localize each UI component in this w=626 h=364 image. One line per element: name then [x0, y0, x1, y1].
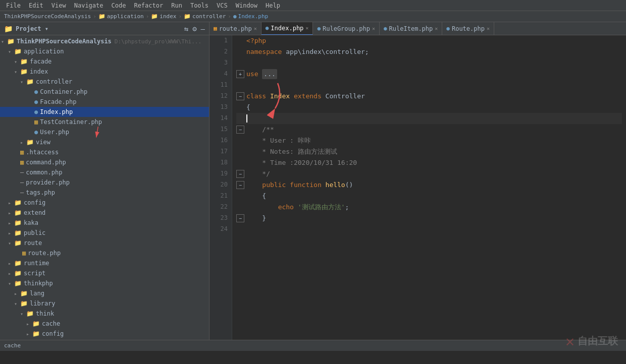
editor: ▦ route.php ✕ ● Index.php ✕ ● RuleGroup.… — [210, 22, 626, 340]
menu-file[interactable]: File — [2, 0, 25, 11]
code-line-22: echo '测试路由方法' ; — [236, 202, 622, 213]
tree-item-testcontainer[interactable]: ▸ ▦ TestContainer.php — [0, 117, 209, 127]
file-tree: ▾ 📁 ThinkPHPSourceCodeAnalysis D:\phpstu… — [0, 35, 209, 340]
menu-help[interactable]: Help — [262, 0, 284, 11]
tree-item-think[interactable]: ▾ 📁 think — [0, 309, 209, 319]
tree-item-index[interactable]: ▾ 📁 index — [0, 67, 209, 77]
code-line-3 — [236, 57, 622, 69]
code-line-11 — [236, 80, 622, 91]
tree-item-route[interactable]: ▾ 📁 route — [0, 238, 209, 248]
menu-code[interactable]: Code — [108, 0, 130, 11]
project-title: Project ▾ — [16, 25, 48, 32]
breadcrumb-indexphp[interactable]: ●Index.php — [233, 13, 268, 20]
menubar: File Edit View Navigate Code Refactor Ru… — [0, 0, 626, 11]
main-area: 📁 Project ▾ ⇆ ⚙ — ▾ 📁 ThinkPHPSourceCode… — [0, 22, 626, 340]
tree-item-lang[interactable]: ▸ 📁 lang — [0, 288, 209, 298]
equalize-icon[interactable]: ⇆ — [183, 24, 189, 34]
tree-item-config[interactable]: ▸ 📁 config — [0, 198, 209, 208]
menu-edit[interactable]: Edit — [25, 0, 47, 11]
tree-item-kaka[interactable]: ▸ 📁 kaka — [0, 218, 209, 228]
menu-vcs[interactable]: VCS — [213, 0, 232, 11]
tree-item-index-php[interactable]: ▸ ● Index.php — [0, 107, 209, 117]
menu-navigate[interactable]: Navigate — [70, 0, 108, 11]
fold-20[interactable]: − — [236, 181, 244, 189]
tab-close-ruleitem[interactable]: ✕ — [435, 26, 438, 31]
tree-item-view[interactable]: ▸ 📁 view — [0, 137, 209, 147]
tab-close-route2[interactable]: ✕ — [487, 26, 490, 31]
code-line-21: { — [236, 191, 622, 202]
code-line-1: <?php — [236, 35, 622, 46]
breadcrumb-controller[interactable]: 📁controller — [184, 13, 226, 20]
tree-item-public[interactable]: ▸ 📁 public — [0, 228, 209, 238]
tab-ruleitem-php[interactable]: ● RuleItem.php ✕ — [380, 22, 442, 35]
code-line-17: * Notes: 路由方法测试 — [236, 146, 622, 157]
cache-label: cache — [42, 320, 60, 327]
code-line-23: − } — [236, 213, 622, 224]
menu-run[interactable]: Run — [167, 0, 186, 11]
code-line-16: * User : 咔咔 — [236, 135, 622, 146]
code-line-2: namespace app\index\controller; — [236, 46, 622, 57]
fold-4[interactable]: + — [236, 70, 244, 78]
status-text: cache — [4, 342, 21, 349]
tree-item-tags[interactable]: ▸ — tags.php — [0, 188, 209, 198]
minimize-icon[interactable]: — — [200, 24, 206, 34]
cursor — [246, 114, 247, 123]
tree-item-root[interactable]: ▾ 📁 ThinkPHPSourceCodeAnalysis D:\phpstu… — [0, 36, 209, 46]
fold-12[interactable]: − — [236, 92, 244, 100]
code-line-24 — [236, 224, 622, 235]
tab-close-index[interactable]: ✕ — [305, 25, 308, 31]
menu-window[interactable]: Window — [232, 0, 262, 11]
code-line-13: { — [236, 102, 622, 113]
code-line-12: − class Index extends Controller — [236, 91, 622, 102]
code-lines: <?php namespace app\index\controller; + … — [232, 35, 626, 340]
tree-item-command[interactable]: ▸ ▦ command.php — [0, 157, 209, 167]
menu-refactor[interactable]: Refactor — [130, 0, 167, 11]
tree-item-script[interactable]: ▸ 📁 script — [0, 268, 209, 278]
breadcrumb-index[interactable]: 📁index — [151, 13, 176, 20]
breadcrumb: ThinkPHPSourceCodeAnalysis › 📁applicatio… — [0, 11, 626, 22]
code-line-20: − public function hello () — [236, 179, 622, 191]
tree-item-cache[interactable]: ▸ 📁 cache — [0, 319, 209, 329]
folder-icon-toolbar: 📁 — [3, 24, 14, 34]
code-line-19: − */ — [236, 168, 622, 179]
tree-item-library[interactable]: ▾ 📁 library — [0, 298, 209, 309]
fold-15[interactable]: − — [236, 126, 244, 134]
sidebar-toolbar: 📁 Project ▾ ⇆ ⚙ — — [0, 22, 209, 35]
breadcrumb-root[interactable]: ThinkPHPSourceCodeAnalysis — [4, 13, 91, 20]
sidebar: 📁 Project ▾ ⇆ ⚙ — ▾ 📁 ThinkPHPSourceCode… — [0, 22, 210, 340]
statusbar: cache — [0, 340, 626, 351]
fold-23[interactable]: − — [236, 214, 244, 222]
tree-item-provider[interactable]: ▸ — provider.php — [0, 177, 209, 188]
tree-item-container[interactable]: ▸ ● Container.php — [0, 87, 209, 97]
fold-19[interactable]: − — [236, 170, 244, 178]
settings-icon[interactable]: ⚙ — [191, 24, 197, 34]
editor-tabs: ▦ route.php ✕ ● Index.php ✕ ● RuleGroup.… — [210, 22, 626, 35]
tree-item-runtime[interactable]: ▸ 📁 runtime — [0, 258, 209, 268]
tab-route-php[interactable]: ▦ route.php ✕ — [210, 22, 262, 35]
code-area[interactable]: 1 2 3 4 11 12 13 14 15 16 17 18 19 20 21… — [210, 35, 626, 340]
menu-tools[interactable]: Tools — [186, 0, 213, 11]
tab-close-route[interactable]: ✕ — [254, 26, 257, 31]
tree-item-user[interactable]: ▸ ● User.php — [0, 127, 209, 137]
tree-item-think-config[interactable]: ▸ 📁 config — [0, 329, 209, 339]
tree-item-extend[interactable]: ▸ 📁 extend — [0, 208, 209, 218]
tree-item-facade[interactable]: ▾ 📁 facade — [0, 56, 209, 67]
tree-item-controller[interactable]: ▾ 📁 controller — [0, 77, 209, 87]
line-numbers: 1 2 3 4 11 12 13 14 15 16 17 18 19 20 21… — [210, 35, 232, 340]
tree-item-facade-php[interactable]: ▸ ● Facade.php — [0, 97, 209, 107]
code-line-14 — [236, 113, 622, 124]
code-line-4: + use ... — [236, 69, 622, 80]
menu-view[interactable]: View — [47, 0, 70, 11]
tree-item-common[interactable]: ▸ — common.php — [0, 167, 209, 177]
tab-route2-php[interactable]: ● Route.php ✕ — [442, 22, 494, 35]
tab-close-rulegroup[interactable]: ✕ — [372, 26, 375, 31]
code-line-18: * Time :2020/10/31 16:20 — [236, 157, 622, 168]
tree-item-route-php[interactable]: ▸ ▦ route.php — [0, 248, 209, 258]
tab-index-php[interactable]: ● Index.php ✕ — [262, 22, 314, 35]
tree-item-htaccess[interactable]: ▸ ▦ .htaccess — [0, 147, 209, 157]
code-line-15: − /** — [236, 124, 622, 135]
tree-item-thinkphp[interactable]: ▾ 📁 thinkphp — [0, 278, 209, 288]
tab-rulegroup-php[interactable]: ● RuleGroup.php ✕ — [313, 22, 380, 35]
breadcrumb-application[interactable]: 📁application — [98, 13, 144, 20]
tree-item-application[interactable]: ▾ 📁 application — [0, 46, 209, 56]
